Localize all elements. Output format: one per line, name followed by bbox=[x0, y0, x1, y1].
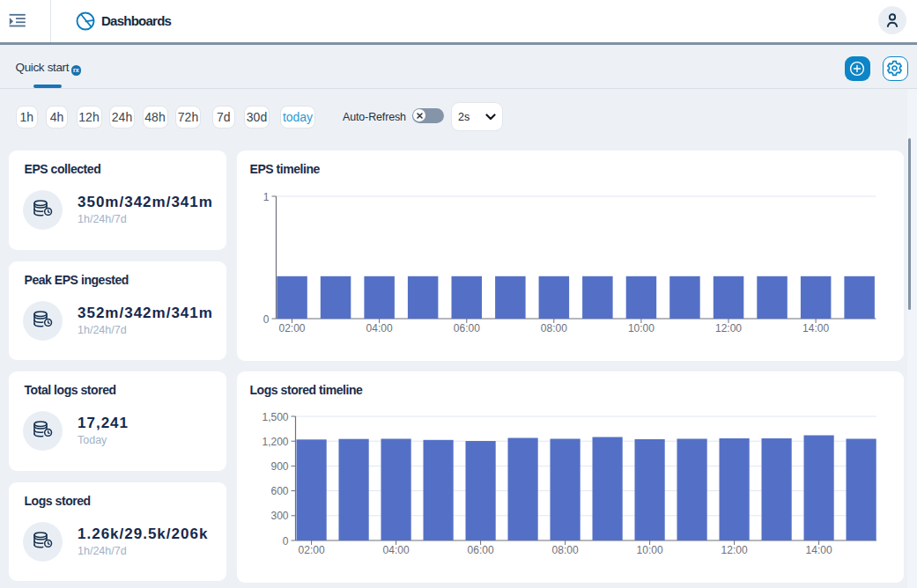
svg-text:1,200: 1,200 bbox=[262, 436, 288, 448]
svg-text:08:00: 08:00 bbox=[541, 322, 567, 334]
svg-text:14:00: 14:00 bbox=[806, 544, 832, 556]
svg-text:0: 0 bbox=[283, 535, 289, 548]
svg-text:10:00: 10:00 bbox=[637, 544, 663, 556]
svg-text:08:00: 08:00 bbox=[552, 544, 579, 556]
svg-text:1: 1 bbox=[263, 191, 270, 203]
svg-text:04:00: 04:00 bbox=[366, 322, 393, 334]
svg-text:04:00: 04:00 bbox=[383, 544, 410, 556]
svg-text:12:00: 12:00 bbox=[721, 544, 748, 556]
svg-text:600: 600 bbox=[270, 485, 288, 497]
svg-text:14:00: 14:00 bbox=[802, 322, 829, 334]
svg-text:0: 0 bbox=[263, 313, 270, 326]
svg-text:06:00: 06:00 bbox=[454, 322, 480, 334]
svg-text:900: 900 bbox=[270, 460, 288, 473]
svg-text:06:00: 06:00 bbox=[468, 544, 494, 556]
svg-text:02:00: 02:00 bbox=[299, 544, 325, 556]
svg-text:1,500: 1,500 bbox=[262, 411, 288, 423]
svg-text:12:00: 12:00 bbox=[715, 322, 742, 334]
svg-text:02:00: 02:00 bbox=[278, 322, 305, 334]
svg-text:10:00: 10:00 bbox=[628, 322, 654, 334]
svg-text:300: 300 bbox=[270, 510, 288, 522]
